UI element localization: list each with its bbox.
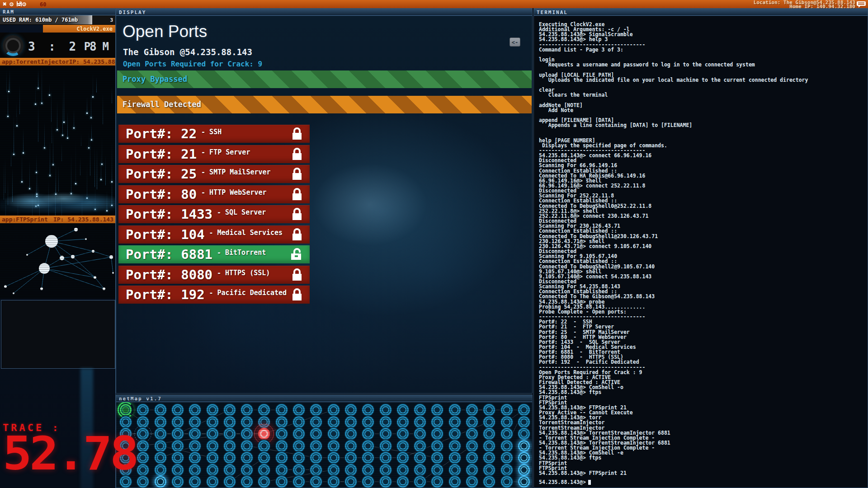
netmap-node[interactable] (362, 452, 374, 464)
netmap-node[interactable] (224, 476, 236, 488)
netmap-node[interactable] (431, 416, 443, 428)
netmap-node[interactable] (518, 452, 530, 464)
back-button[interactable]: <- (509, 38, 520, 47)
port-row-1433[interactable]: Port#: 1433- SQL Server (118, 205, 310, 223)
netmap-node[interactable] (328, 476, 340, 488)
netmap-node[interactable] (414, 428, 426, 440)
netmap-node[interactable] (328, 428, 340, 440)
netmap-node[interactable] (328, 452, 340, 464)
netmap-node[interactable] (189, 404, 201, 416)
netmap-node[interactable]: ★ (137, 440, 149, 452)
port-row-80[interactable]: Port#: 80- HTTP WebServer (118, 185, 310, 203)
netmap-node[interactable] (224, 452, 236, 464)
netmap-node[interactable] (362, 428, 374, 440)
netmap-node[interactable] (258, 428, 270, 440)
netmap-node[interactable] (155, 416, 166, 428)
netmap-node[interactable] (276, 440, 288, 452)
netmap-node[interactable] (207, 404, 218, 416)
netmap-node[interactable] (362, 476, 374, 488)
netmap-node[interactable] (466, 476, 478, 488)
netmap-node[interactable] (466, 428, 478, 440)
netmap-node[interactable] (431, 440, 443, 452)
netmap-node[interactable] (414, 452, 426, 464)
netmap-node[interactable] (449, 440, 461, 452)
netmap-node[interactable] (362, 464, 374, 476)
netmap-node[interactable] (241, 416, 253, 428)
netmap-node[interactable] (466, 440, 478, 452)
close-icon[interactable]: ✖ (3, 0, 9, 8)
port-row-8080[interactable]: Port#: 8080- HTTPS (SSL) (118, 266, 310, 284)
port-row-104[interactable]: Port#: 104- Medical Services (118, 225, 310, 244)
netmap-node[interactable] (293, 404, 305, 416)
netmap-node[interactable] (380, 428, 392, 440)
netmap-node[interactable] (241, 452, 253, 464)
netmap-node[interactable] (518, 440, 530, 452)
netmap-node[interactable] (414, 416, 426, 428)
netmap-node[interactable] (501, 464, 513, 476)
netmap-node[interactable] (241, 404, 253, 416)
netmap-node[interactable] (397, 428, 409, 440)
netmap-node[interactable] (172, 464, 184, 476)
netmap-node[interactable] (380, 404, 392, 416)
netmap-node[interactable] (380, 464, 392, 476)
netmap-node[interactable] (483, 440, 495, 452)
netmap-node[interactable] (501, 476, 513, 488)
netmap-node[interactable] (155, 476, 166, 488)
netmap-node[interactable] (310, 464, 322, 476)
netmap-node[interactable] (155, 404, 166, 416)
netmap-node[interactable] (276, 476, 288, 488)
netmap-node[interactable] (449, 428, 461, 440)
netmap-node[interactable] (172, 428, 184, 440)
netmap-node[interactable] (397, 404, 409, 416)
netmap-node[interactable] (518, 404, 530, 416)
netmap-node[interactable] (449, 464, 461, 476)
save-icon[interactable] (16, 0, 22, 8)
netmap-node[interactable] (466, 464, 478, 476)
netmap-node[interactable] (241, 476, 253, 488)
netmap-node[interactable] (189, 476, 201, 488)
netmap-node[interactable] (120, 404, 132, 416)
netmap-node[interactable] (172, 404, 184, 416)
netmap-node[interactable] (207, 416, 218, 428)
port-row-22[interactable]: Port#: 22- SSH (118, 125, 310, 143)
netmap-node[interactable] (362, 416, 374, 428)
port-row-25[interactable]: Port#: 25- SMTP MailServer (118, 165, 310, 183)
netmap-node[interactable] (241, 440, 253, 452)
netmap-node[interactable] (380, 416, 392, 428)
netmap-node[interactable] (414, 440, 426, 452)
netmap-node[interactable] (466, 404, 478, 416)
netmap-node[interactable] (276, 464, 288, 476)
netmap-node[interactable] (397, 440, 409, 452)
netmap-node[interactable] (155, 428, 166, 440)
netmap-node[interactable] (397, 416, 409, 428)
netmap-node[interactable] (449, 476, 461, 488)
netmap-node[interactable] (276, 428, 288, 440)
netmap-node[interactable] (397, 452, 409, 464)
netmap-node[interactable] (189, 464, 201, 476)
netmap-node[interactable] (310, 440, 322, 452)
netmap-node[interactable] (172, 416, 184, 428)
netmap-node[interactable] (207, 440, 218, 452)
netmap-node[interactable] (241, 464, 253, 476)
netmap-node[interactable] (380, 452, 392, 464)
netmap-node[interactable] (293, 464, 305, 476)
netmap-node[interactable] (414, 404, 426, 416)
chat-bubble-icon[interactable] (856, 1, 866, 9)
netmap-node[interactable] (328, 404, 340, 416)
netmap-node[interactable] (362, 440, 374, 452)
netmap-node[interactable] (518, 416, 530, 428)
netmap-node[interactable] (414, 476, 426, 488)
netmap-node[interactable] (328, 440, 340, 452)
netmap-node[interactable] (310, 416, 322, 428)
netmap-node[interactable] (207, 464, 218, 476)
netmap-node[interactable] (380, 476, 392, 488)
netmap-node[interactable] (449, 416, 461, 428)
netmap-node[interactable] (501, 416, 513, 428)
netmap-node[interactable] (345, 440, 357, 452)
netmap-node[interactable] (276, 452, 288, 464)
netmap-node[interactable] (276, 416, 288, 428)
netmap-node[interactable] (293, 476, 305, 488)
netmap-node[interactable] (189, 416, 201, 428)
port-row-6881[interactable]: Port#: 6881- BitTorrent (118, 245, 310, 263)
netmap-node[interactable] (345, 428, 357, 440)
